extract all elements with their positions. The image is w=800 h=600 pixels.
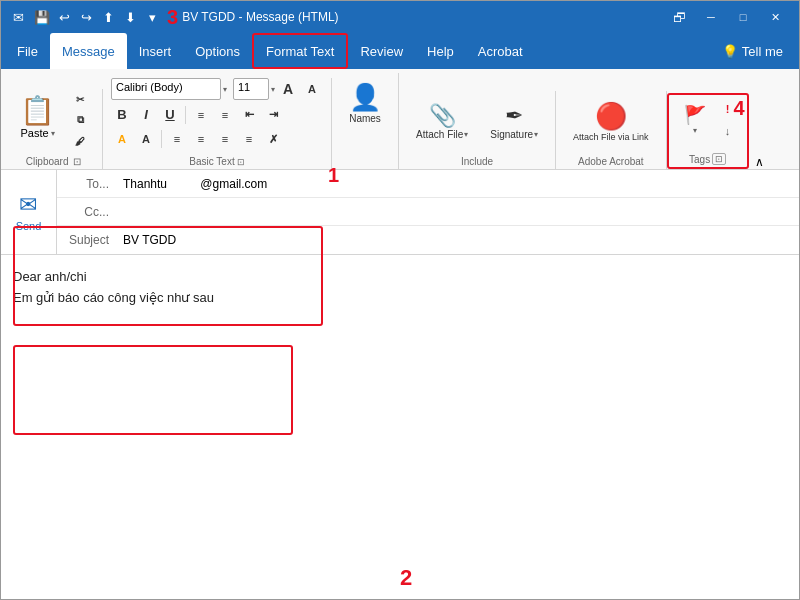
indent-less-button[interactable]: ⇤ (238, 105, 260, 125)
menu-review[interactable]: Review (348, 33, 415, 69)
attach-file-button[interactable]: 📎 Attach File ▾ (407, 91, 477, 151)
flag-icon: 🚩 (684, 104, 706, 126)
highlight-button[interactable]: A (111, 129, 133, 149)
compose-area[interactable]: Dear anh/chi Em gửi báo cáo công việc nh… (13, 267, 787, 397)
font-size-box[interactable]: 11 (233, 78, 269, 100)
decrease-font-button[interactable]: A (301, 79, 323, 99)
names-icon: 👤 (349, 82, 381, 113)
subject-field: Subject document.querySelector('[data-na… (57, 226, 799, 254)
align-right-button[interactable]: ≡ (214, 129, 236, 149)
compose-text: Dear anh/chi Em gửi báo cáo công việc nh… (13, 267, 787, 309)
menu-insert[interactable]: Insert (127, 33, 184, 69)
to-label: To... (57, 177, 117, 191)
menu-tell-me[interactable]: 💡 Tell me (710, 33, 795, 69)
lightbulb-icon: 💡 (722, 44, 738, 59)
app-icon: ✉ (9, 8, 27, 26)
ribbon: 📋 Paste ▾ ✂ ⧉ 🖌 Clipboard ⊡ (1, 69, 799, 170)
menu-help[interactable]: Help (415, 33, 466, 69)
adobe-icon: 🔴 (595, 101, 627, 132)
window-title: BV TGDD - Message (HTML) (182, 10, 338, 24)
to-input[interactable] (117, 173, 799, 195)
tags-buttons: 🚩 ▾ ! ↓ (677, 99, 739, 141)
font-size-dropdown-arrow: ▾ (271, 85, 275, 94)
send-icon: ✉ (19, 192, 37, 218)
email-fields: To... document.querySelector('[data-name… (57, 170, 799, 254)
align-row: A A ≡ ≡ ≡ ≡ ✗ (111, 129, 284, 149)
font-dropdown-arrow: ▾ (223, 85, 227, 94)
main-content: ✉ Send To... document.querySelector('[da… (1, 170, 799, 599)
undo-icon[interactable]: ↩ (55, 8, 73, 26)
annotation-3: 3 (167, 6, 178, 29)
attach-dropdown-arrow: ▾ (464, 130, 468, 139)
font-name-box[interactable]: Calibri (Body) (111, 78, 221, 100)
subject-input[interactable] (117, 229, 799, 251)
format-row: B I U ≡ ≡ ⇤ ⇥ (111, 104, 284, 125)
flag-button[interactable]: 🚩 ▾ (677, 99, 713, 140)
clear-format-button[interactable]: ✗ (262, 129, 284, 149)
restore-button[interactable]: 🗗 (663, 1, 695, 33)
menu-options[interactable]: Options (183, 33, 252, 69)
customize-qat-icon[interactable]: ▾ (143, 8, 161, 26)
maximize-button[interactable]: □ (727, 1, 759, 33)
cc-field: Cc... (57, 198, 799, 226)
menu-message[interactable]: Message (50, 33, 127, 69)
collapse-ribbon-button[interactable]: ∧ (749, 151, 770, 169)
adobe-group: 🔴 Attach File via Link Adobe Acrobat (556, 91, 667, 169)
importance-low-button[interactable]: ↓ (717, 121, 739, 141)
menu-file[interactable]: File (5, 33, 50, 69)
increase-font-button[interactable]: A (277, 78, 299, 100)
menu-acrobat[interactable]: Acrobat (466, 33, 535, 69)
align-left-button[interactable]: ≡ (166, 129, 188, 149)
cc-input[interactable] (117, 201, 799, 223)
title-bar: ✉ 💾 ↩ ↪ ⬆ ⬇ ▾ 3 BV TGDD - Message (HTML)… (1, 1, 799, 33)
redo-icon[interactable]: ↪ (77, 8, 95, 26)
justify-button[interactable]: ≡ (238, 129, 260, 149)
names-group: 👤 Names (332, 73, 399, 169)
underline-button[interactable]: U (159, 104, 181, 125)
include-group: 📎 Attach File ▾ ✒ Signature ▾ (399, 91, 556, 169)
app-window: ✉ 💾 ↩ ↪ ⬆ ⬇ ▾ 3 BV TGDD - Message (HTML)… (0, 0, 800, 600)
compose-wrapper: Dear anh/chi Em gửi báo cáo công việc nh… (1, 255, 799, 599)
separator-1 (185, 106, 186, 124)
paste-button[interactable]: 📋 Paste ▾ (13, 89, 62, 151)
adobe-button[interactable]: 🔴 Attach File via Link (564, 91, 658, 151)
paperclip-icon: 📎 (429, 103, 456, 129)
signature-button[interactable]: ✒ Signature ▾ (481, 91, 547, 151)
clipboard-expand-icon[interactable]: ⊡ (73, 156, 81, 167)
annotation-4: 4 (733, 97, 744, 120)
signature-icon: ✒ (505, 103, 523, 129)
indent-more-button[interactable]: ⇥ (262, 105, 284, 125)
bold-button[interactable]: B (111, 104, 133, 125)
annotation-2: 2 (400, 565, 412, 591)
clipboard-label: Clipboard ⊡ (5, 156, 102, 167)
format-painter-button[interactable]: 🖌 (66, 131, 94, 151)
minimize-button[interactable]: ─ (695, 1, 727, 33)
menu-bar: File Message Insert Options Format Text … (1, 33, 799, 69)
up-icon[interactable]: ⬆ (99, 8, 117, 26)
copy-button[interactable]: ⧉ (66, 110, 94, 130)
close-button[interactable]: ✕ (759, 1, 791, 33)
separator-2 (161, 130, 162, 148)
num-list-button[interactable]: ≡ (214, 105, 236, 125)
clipboard-small-buttons: ✂ ⧉ 🖌 (66, 89, 94, 151)
paste-dropdown-arrow: ▾ (51, 129, 55, 138)
send-button[interactable]: ✉ Send (12, 184, 46, 240)
down-icon[interactable]: ⬇ (121, 8, 139, 26)
email-area: ✉ Send To... document.querySelector('[da… (1, 170, 799, 255)
bullet-list-button[interactable]: ≡ (190, 105, 212, 125)
send-button-area[interactable]: ✉ Send (1, 170, 57, 254)
tags-expand-icon[interactable]: ⊡ (712, 153, 726, 165)
align-center-button[interactable]: ≡ (190, 129, 212, 149)
italic-button[interactable]: I (135, 104, 157, 125)
font-size-selector: 11 ▾ (233, 78, 275, 100)
menu-format-text[interactable]: Format Text (252, 33, 348, 69)
basic-text-group: Calibri (Body) ▾ 11 ▾ A A B I U ≡ (103, 78, 332, 169)
include-buttons: 📎 Attach File ▾ ✒ Signature ▾ (407, 91, 547, 151)
cut-button[interactable]: ✂ (66, 89, 94, 109)
save-icon[interactable]: 💾 (33, 8, 51, 26)
basic-text-expand-icon[interactable]: ⊡ (237, 157, 245, 167)
clipboard-group: 📋 Paste ▾ ✂ ⧉ 🖌 Clipboard ⊡ (5, 89, 103, 169)
font-color-button[interactable]: A (135, 129, 157, 149)
cc-label: Cc... (57, 205, 117, 219)
names-button[interactable]: 👤 Names (340, 73, 390, 133)
